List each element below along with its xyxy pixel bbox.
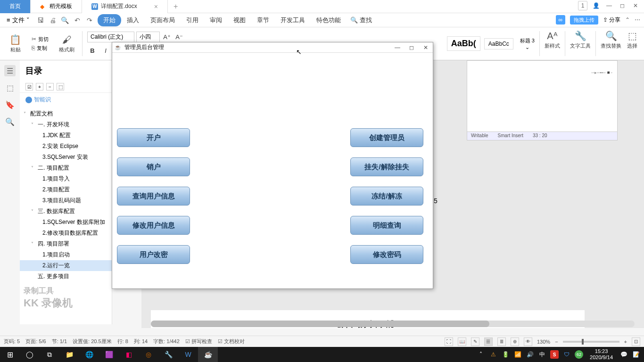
find-replace-button[interactable]: 🔍查找替换 <box>598 29 624 58</box>
status-proof[interactable]: ☑ 文档校对 <box>218 338 245 345</box>
cut-button[interactable]: ✂剪切 <box>30 35 50 44</box>
font-select[interactable]: Calibri (正文) <box>87 32 134 42</box>
bookmark-tab-icon[interactable]: 🔖 <box>4 99 16 110</box>
menu-start[interactable]: 开始 <box>98 14 121 26</box>
menu-devtools[interactable]: 开发工具 <box>275 14 311 26</box>
app-icon-1[interactable]: 🟪 <box>99 347 119 362</box>
status-chars[interactable]: 字数: 1/442 <box>153 338 180 345</box>
tray-ime-lang[interactable]: 中 <box>538 350 546 359</box>
create-admin-button[interactable]: 创建管理员 <box>350 128 423 147</box>
style-aabb4[interactable]: AaBbCc <box>484 38 513 49</box>
status-row[interactable]: 行: 8 <box>117 338 128 345</box>
tree-s2-1[interactable]: 1.项目导入 <box>20 173 112 184</box>
tree-s1-2[interactable]: 2.安装 Eclipse <box>20 141 112 152</box>
java-taskbar-icon[interactable]: ☕ <box>198 347 218 362</box>
more-icon[interactable]: ⋯ <box>635 16 640 23</box>
zoom-slider[interactable] <box>563 341 619 343</box>
query-user-button[interactable]: 查询用户信息 <box>117 187 190 206</box>
start-button[interactable]: ⊞ <box>0 347 20 362</box>
web-view-icon[interactable]: ⊕ <box>511 337 519 346</box>
eye-icon[interactable]: 👁 <box>524 337 532 346</box>
tree-s3[interactable]: ˅三. 数据库配置 <box>20 206 112 217</box>
menu-references[interactable]: 引用 <box>181 14 204 26</box>
dialog-maximize-icon[interactable]: ◻ <box>405 42 419 53</box>
horizontal-scrollbar[interactable] <box>151 321 635 327</box>
dialog-titlebar[interactable]: ☕ 管理员后台管理 — ◻ ✕ <box>112 42 433 53</box>
modify-user-button[interactable]: 修改用户信息 <box>117 216 190 235</box>
tray-notes-icon[interactable]: 📝 <box>632 350 640 359</box>
detail-query-button[interactable]: 明细查询 <box>350 216 423 235</box>
format-painter-button[interactable]: 🖌格式刷 <box>56 33 77 54</box>
fullscreen-icon[interactable]: ⛶ <box>445 337 453 346</box>
reading-view-icon[interactable]: 📖 <box>458 337 466 346</box>
tray-notify-icon[interactable]: 💬 <box>619 350 628 359</box>
status-page[interactable]: 页面: 5/6 <box>25 338 46 345</box>
menu-insert[interactable]: 插入 <box>121 14 145 26</box>
new-style-button[interactable]: Aᴬ新样式 <box>542 29 563 58</box>
dialog-close-icon[interactable]: ✕ <box>419 42 433 53</box>
outline-view-icon[interactable]: ≣ <box>497 337 506 346</box>
menu-chapter[interactable]: 章节 <box>251 14 275 26</box>
preview-icon[interactable]: 🔍 <box>61 16 69 25</box>
status-spell[interactable]: ☑ 拼写检查 <box>185 338 212 345</box>
tab-add[interactable]: + <box>168 2 183 11</box>
close-window-icon[interactable]: ✕ <box>631 1 640 10</box>
status-section[interactable]: 节: 1/1 <box>52 338 67 345</box>
tab-template[interactable]: ◆稻壳模板 <box>31 0 82 13</box>
page-tab-icon[interactable]: ⬚ <box>4 82 16 93</box>
style-aabb3[interactable]: AaBb( <box>447 36 480 51</box>
wps-icon[interactable]: W <box>178 347 198 362</box>
save-icon[interactable]: 🖫 <box>36 16 45 25</box>
paste-button[interactable]: 📋粘贴 <box>7 33 24 54</box>
edit-view-icon[interactable]: ✎ <box>471 337 479 346</box>
outline-tool-3[interactable]: − <box>46 83 54 90</box>
close-account-button[interactable]: 销户 <box>117 157 190 176</box>
outline-tool-2[interactable]: + <box>36 83 43 90</box>
tree-s4-1[interactable]: 1.项目启动 <box>20 249 112 260</box>
menu-view[interactable]: 视图 <box>228 14 251 26</box>
tray-ime-icon[interactable]: S <box>550 350 559 359</box>
smart-outline[interactable]: 智能识 <box>20 93 112 107</box>
style-gallery[interactable]: AaBb( AaBbCc <box>443 29 517 58</box>
tray-badge[interactable]: 62 <box>575 350 583 359</box>
outline-tab-icon[interactable]: ☰ <box>4 65 16 76</box>
shrink-font-icon[interactable]: A⁻ <box>174 32 184 42</box>
tree-s4-2[interactable]: 2.运行一览 <box>20 260 112 271</box>
print-icon[interactable]: 🖨 <box>49 16 57 25</box>
tray-shield-icon[interactable]: 🛡 <box>562 350 571 359</box>
taskview-icon[interactable]: ⧉ <box>40 347 59 362</box>
tree-s1-1[interactable]: 1.JDK 配置 <box>20 130 112 141</box>
freeze-button[interactable]: 冻结/解冻 <box>350 187 423 206</box>
maximize-icon[interactable]: ◻ <box>618 1 627 10</box>
tree-s1-3[interactable]: 3.SQLServer 安装 <box>20 152 112 163</box>
tab-home[interactable]: 首页 <box>0 0 31 13</box>
menu-review[interactable]: 审阅 <box>204 14 228 26</box>
redo-icon[interactable]: ↷ <box>85 16 94 25</box>
open-account-button[interactable]: 开户 <box>117 128 190 147</box>
zoom-out-icon[interactable]: − <box>555 339 558 345</box>
tree-s3-2[interactable]: 2.修改项目数据库配置 <box>20 228 112 239</box>
scrollbar-thumb[interactable] <box>151 321 489 327</box>
tree-s5[interactable]: 五. 更多项目 <box>20 271 112 282</box>
close-icon[interactable]: × <box>154 3 158 10</box>
tree-s1[interactable]: ˅一. 开发环境 <box>20 119 112 130</box>
text-tools-button[interactable]: 🔧文字工具 <box>567 29 594 58</box>
collapse-ribbon-icon[interactable]: ⌃ <box>625 16 630 23</box>
report-lost-button[interactable]: 挂失/解除挂失 <box>350 157 423 176</box>
tray-clock[interactable]: 15:232020/9/14 <box>587 348 616 361</box>
app-icon-3[interactable]: 🔧 <box>158 347 178 362</box>
app-icon-2[interactable]: ◎ <box>139 347 158 362</box>
minimize-icon[interactable]: — <box>604 1 614 10</box>
tab-document[interactable]: W详细配置.docx× <box>82 0 168 13</box>
status-setval[interactable]: 设置值: 20.5厘米 <box>73 338 112 345</box>
tree-s2[interactable]: ˅二. 项目配置 <box>20 163 112 173</box>
share-button[interactable]: ⇪ 分享 <box>603 16 620 24</box>
page-view-icon[interactable]: ☰ <box>484 337 493 346</box>
tree-root[interactable]: ˅配置文档 <box>20 108 112 119</box>
tray-wifi-icon[interactable]: 📶 <box>513 350 522 359</box>
fit-icon[interactable]: ⊡ <box>632 337 640 346</box>
user-change-pwd-button[interactable]: 用户改密 <box>117 245 190 264</box>
tree-s2-2[interactable]: 2.项目配置 <box>20 184 112 195</box>
zoom-in-icon[interactable]: + <box>624 339 627 345</box>
cortana-icon[interactable]: ◯ <box>20 347 40 362</box>
